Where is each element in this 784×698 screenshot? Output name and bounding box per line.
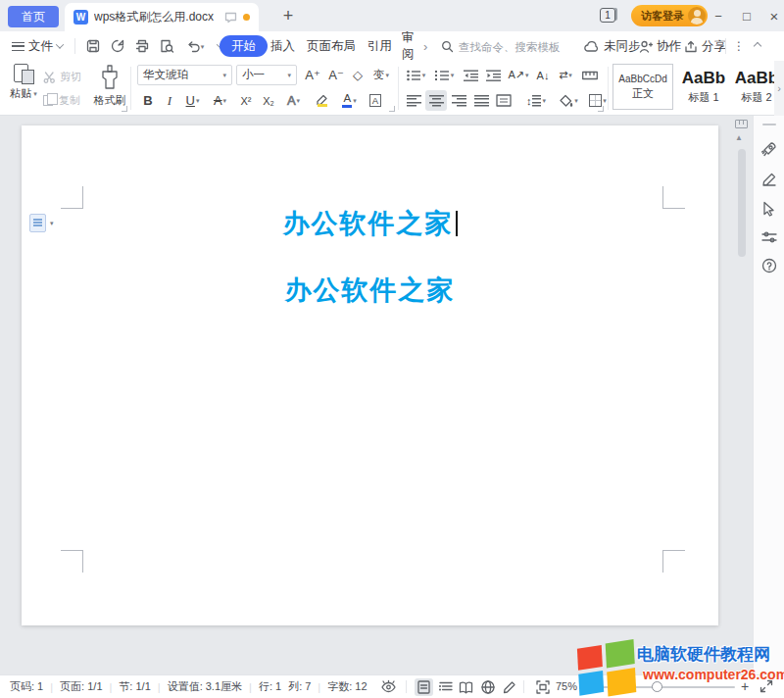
view-edit-button[interactable] [500, 678, 518, 696]
status-page-number[interactable]: 页码: 1 [10, 679, 43, 694]
bold-button[interactable]: B [137, 90, 159, 111]
search-input[interactable] [459, 41, 568, 53]
text-direction-button[interactable]: A↓ [532, 65, 554, 85]
paragraph-dialog-launcher[interactable] [598, 106, 604, 112]
format-painter-button[interactable]: 格式刷 [90, 64, 129, 108]
more-options-button[interactable]: ⋮ [733, 31, 745, 61]
decrease-indent-button[interactable] [460, 65, 481, 85]
status-setting-value[interactable]: 设置值: 3.1厘米 [168, 679, 242, 694]
justify-button[interactable] [470, 90, 492, 111]
zoom-slider[interactable] [593, 686, 735, 688]
save-button[interactable] [82, 35, 104, 57]
clipboard-dialog-launcher[interactable] [122, 106, 127, 112]
zoom-slider-knob[interactable] [652, 681, 662, 692]
clear-format-button[interactable]: ◇ [347, 65, 368, 85]
file-menu[interactable]: 文件 [12, 31, 63, 61]
document-area[interactable]: 办公软件之家 办公软件之家 ▾ ▲ [0, 116, 753, 674]
undo-dropdown-arrow[interactable]: ▾ [201, 43, 205, 50]
tab-review[interactable]: 审阅 [402, 31, 423, 61]
select-cursor-icon[interactable] [761, 201, 776, 217]
line-spacing-button[interactable]: ↕ ▾ [521, 90, 551, 111]
minimize-button[interactable]: − [708, 6, 729, 25]
command-search[interactable] [441, 36, 573, 57]
print-preview-button[interactable] [156, 35, 177, 57]
new-tab-button[interactable]: + [276, 4, 300, 27]
document-tab[interactable]: W wps格式刷怎么用.docx [65, 3, 259, 31]
sync-status[interactable]: 未同步 [584, 31, 641, 61]
character-scale-button[interactable]: A↗▾ [505, 65, 532, 85]
window-manage-button[interactable]: 1 [600, 8, 615, 23]
tab-scroll-right-arrow[interactable]: › [423, 31, 427, 61]
font-name-select[interactable]: 华文琥珀▾ [137, 65, 232, 85]
wrap-marks-button[interactable]: ⇄▾ [553, 65, 578, 85]
export-pdf-button[interactable] [107, 35, 128, 57]
style-heading2[interactable]: AaBb 标题 2 [733, 64, 780, 110]
home-tab-button[interactable]: 首页 [8, 6, 59, 27]
align-left-button[interactable] [403, 90, 424, 111]
share-button[interactable]: 分享 [684, 31, 726, 61]
increase-indent-button[interactable] [482, 65, 504, 85]
tab-references[interactable]: 引用 [368, 31, 392, 61]
view-web-button[interactable] [478, 678, 497, 696]
bullet-list-button[interactable]: ▾ [403, 65, 429, 85]
sidebar-drag-handle[interactable] [762, 124, 776, 125]
status-word-count[interactable]: 字数: 12 [327, 679, 367, 694]
copy-button[interactable]: 复制 [43, 93, 80, 108]
scroll-up-button[interactable]: ▲ [735, 133, 743, 142]
shading-button[interactable]: ▾ [555, 90, 582, 111]
font-size-select[interactable]: 小一▾ [236, 65, 297, 85]
zoom-in-button[interactable]: + [741, 678, 749, 694]
document-page[interactable]: 办公软件之家 办公软件之家 [22, 125, 718, 625]
distribute-button[interactable] [493, 90, 514, 111]
eye-protection-button[interactable] [380, 679, 397, 696]
tab-page-layout[interactable]: 页面布局 [307, 31, 356, 61]
close-button[interactable]: × [763, 6, 784, 25]
styles-more-button[interactable]: › [774, 61, 784, 116]
paste-button[interactable]: 粘贴▾ [4, 64, 43, 101]
underline-button[interactable]: U▾ [179, 90, 206, 111]
comment-bubble-icon[interactable] [224, 12, 237, 24]
document-text-line2[interactable]: 办公软件之家 [22, 273, 718, 308]
tab-insert[interactable]: 插入 [270, 31, 295, 61]
cut-button[interactable]: 剪切 [43, 70, 81, 84]
print-button[interactable] [131, 35, 153, 57]
fullscreen-button[interactable] [760, 679, 773, 695]
view-page-button[interactable] [415, 678, 433, 696]
strikethrough-button[interactable]: A▾ [207, 90, 233, 111]
pinyin-guide-button[interactable]: 变▾ [368, 65, 394, 85]
floatie-dropdown-arrow[interactable]: ▾ [50, 220, 54, 226]
guest-login-button[interactable]: 访客登录 [631, 5, 708, 26]
font-dialog-launcher[interactable] [389, 106, 395, 112]
maximize-button[interactable]: □ [736, 6, 758, 25]
ruler-toggle-icon[interactable] [735, 120, 748, 128]
character-border-button[interactable]: A [365, 90, 386, 111]
undo-button[interactable]: ▾ [180, 35, 210, 57]
settings-sliders-icon[interactable] [761, 230, 777, 244]
collaborate-button[interactable]: 协作 [639, 31, 681, 61]
align-right-button[interactable] [448, 90, 469, 111]
vertical-scrollbar[interactable] [738, 149, 746, 257]
fit-page-button[interactable] [533, 678, 552, 696]
help-icon[interactable] [761, 258, 777, 274]
font-color-button[interactable]: A▾ [336, 90, 363, 111]
status-section[interactable]: 节: 1/1 [119, 679, 150, 694]
numbered-list-button[interactable]: ▾ [431, 65, 458, 85]
document-text-line1[interactable]: 办公软件之家 [22, 206, 718, 241]
view-read-button[interactable] [457, 678, 475, 696]
style-heading1[interactable]: AaBb 标题 1 [676, 64, 731, 110]
collapse-ribbon-button[interactable] [755, 31, 760, 61]
align-center-button[interactable] [425, 90, 447, 111]
style-normal[interactable]: AaBbCcDd 正文 [612, 64, 673, 110]
view-outline-button[interactable] [436, 678, 455, 696]
subscript-button[interactable]: X₂ [258, 90, 279, 111]
zoom-level-dropdown[interactable]: 75%▾ [556, 680, 584, 692]
rocket-tools-icon[interactable] [760, 141, 777, 158]
status-page-count[interactable]: 页面: 1/1 [60, 679, 102, 694]
paste-options-floatie[interactable] [29, 214, 46, 232]
ruler-button[interactable] [579, 65, 601, 85]
pen-annotate-icon[interactable] [761, 172, 777, 187]
italic-button[interactable]: I [159, 90, 180, 111]
superscript-button[interactable]: X² [235, 90, 257, 111]
tab-home[interactable]: 开始 [220, 35, 268, 57]
increase-font-button[interactable]: A⁺ [302, 65, 323, 85]
